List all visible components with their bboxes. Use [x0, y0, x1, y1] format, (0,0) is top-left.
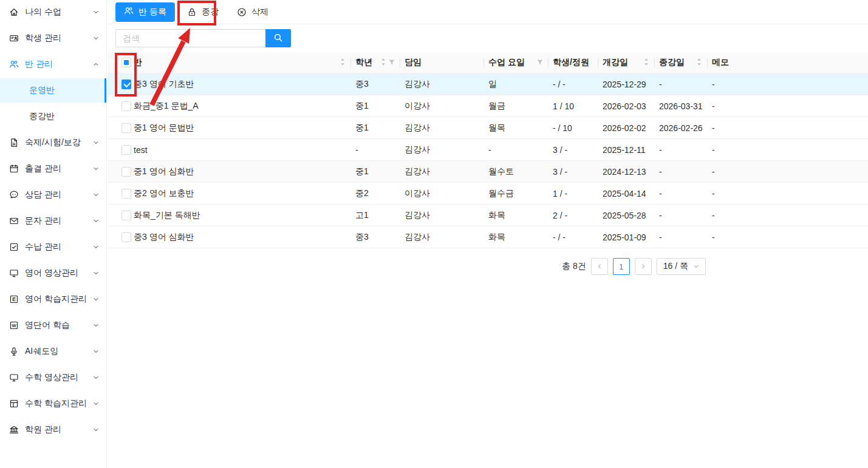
sidebar-item-student-mgmt[interactable]: 학생 관리 [0, 26, 106, 50]
sidebar-item-class-mgmt[interactable]: 반 관리 [0, 52, 106, 76]
cell-name: 중1 영어 문법반 [134, 117, 350, 139]
cell-name: 화목_기본 독해반 [134, 205, 350, 226]
cell-grade: 고1 [350, 205, 400, 226]
table-row[interactable]: 중3 영어 기초반중3김강사일- / -2025-12-29-- [108, 73, 868, 95]
column-header[interactable]: 종강일 [654, 52, 707, 73]
close-class-button[interactable]: 종강 [181, 2, 225, 22]
team-icon [9, 59, 19, 69]
chevron-down-icon [93, 348, 99, 354]
cell-teacher: 김강사 [400, 117, 484, 139]
cell-memo: - [707, 205, 868, 226]
cell-teacher: 김강사 [400, 73, 484, 95]
cell-name: 중1 영어 심화반 [134, 161, 350, 183]
cell-end: - [654, 205, 707, 226]
total-count: 총 8건 [562, 261, 586, 272]
close-class-label: 종강 [202, 7, 219, 18]
column-header[interactable]: 반 [134, 52, 350, 73]
table-row[interactable]: test-김강사-3 / -2025-12-11-- [108, 139, 868, 161]
table-row[interactable]: 중2 영어 보충반중2이강사월수금1 / -2025-04-14-- [108, 183, 868, 205]
sidebar-item-counseling-mgmt[interactable]: 상담 관리 [0, 183, 106, 207]
filter-icon[interactable] [388, 58, 395, 67]
cell-students: - / - [548, 73, 598, 95]
select-all-checkbox[interactable] [121, 58, 131, 67]
team-icon [124, 6, 134, 18]
svg-text:E: E [12, 296, 16, 302]
row-checkbox[interactable] [121, 123, 131, 133]
page-1-button[interactable]: 1 [613, 258, 630, 275]
sidebar-item-academy-mgmt[interactable]: 학원 관리 [0, 418, 106, 442]
cell-students: 3 / - [548, 161, 598, 183]
cell-name: 중3 영어 심화반 [134, 226, 350, 248]
sort-icon [340, 58, 346, 68]
row-checkbox[interactable] [121, 167, 131, 177]
row-checkbox[interactable] [121, 101, 131, 111]
sidebar-item-closed-classes[interactable]: 종강반 [0, 104, 106, 129]
column-header: 학생/정원 [548, 52, 598, 73]
next-page-button[interactable] [635, 258, 652, 275]
search-input[interactable] [115, 29, 265, 47]
row-checkbox[interactable] [121, 145, 131, 155]
cell-end: - [654, 73, 707, 95]
sidebar-item-english-vocab-study[interactable]: W영단어 학습 [0, 313, 106, 337]
svg-text:W: W [12, 323, 16, 328]
cell-memo: - [707, 95, 868, 117]
row-checkbox[interactable] [121, 80, 131, 89]
chevron-down-icon [93, 427, 99, 433]
cell-students: - / 10 [548, 117, 598, 139]
sidebar-item-math-video-mgmt[interactable]: 수학 영상관리 [0, 365, 106, 390]
row-checkbox[interactable] [121, 232, 131, 242]
sidebar-item-sms-mgmt[interactable]: 문자 관리 [0, 209, 106, 233]
cell-end: - [654, 161, 707, 183]
sidebar-item-english-worksheet-mgmt[interactable]: E영어 학습지관리 [0, 287, 106, 311]
cell-memo: - [707, 139, 868, 161]
cell-end: - [654, 226, 707, 248]
filter-icon[interactable] [536, 58, 543, 67]
row-checkbox[interactable] [121, 189, 131, 198]
cell-teacher: 김강사 [400, 226, 484, 248]
prev-page-button[interactable] [591, 258, 608, 275]
table-row[interactable]: 화목_기본 독해반고1김강사화목2 / -2025-05-28-- [108, 205, 868, 226]
sidebar-item-payment-mgmt[interactable]: 수납 관리 [0, 235, 106, 259]
chevron-down-icon [93, 401, 99, 407]
chevron-down-icon [93, 270, 99, 276]
sidebar-item-active-classes[interactable]: 운영반 [0, 78, 106, 103]
cell-end: - [654, 139, 707, 161]
chat-icon [9, 190, 19, 200]
sidebar-item-attendance-mgmt[interactable]: 출결 관리 [0, 157, 106, 181]
column-header[interactable]: 개강일 [598, 52, 654, 73]
page-size-select[interactable]: 16 / 쪽 [657, 258, 706, 275]
table-row[interactable]: 중3 영어 심화반중3김강사화목- / -2025-01-09-- [108, 226, 868, 248]
sidebar-item-ai-shadowing[interactable]: AI쉐도잉 [0, 339, 106, 364]
cell-teacher: 김강사 [400, 139, 484, 161]
square-w-icon: W [9, 320, 19, 330]
cell-teacher: 김강사 [400, 161, 484, 183]
chevron-down-icon [93, 322, 99, 328]
toolbar: 반 등록 종강 삭제 [108, 0, 868, 24]
cell-days: 월목 [484, 117, 548, 139]
cell-students: 1 / 10 [548, 95, 598, 117]
table-row[interactable]: 화금_중1 문법_A중1이강사월금1 / 102026-02-032026-03… [108, 95, 868, 117]
row-checkbox[interactable] [121, 211, 131, 220]
delete-button[interactable]: 삭제 [231, 2, 275, 22]
class-table: 반학년담임수업 요일학생/정원개강일종강일메모 중3 영어 기초반중3김강사일-… [108, 52, 868, 248]
page-size-value: 16 / 쪽 [663, 261, 688, 272]
cell-grade: 중1 [350, 117, 400, 139]
page-number: 1 [619, 262, 623, 271]
search-button[interactable] [265, 29, 291, 47]
cell-days: 월수금 [484, 183, 548, 205]
sidebar-item-homework-exam-makeup[interactable]: 숙제/시험/보강 [0, 131, 106, 155]
register-class-button[interactable]: 반 등록 [115, 2, 175, 22]
chevron-down-icon [93, 296, 99, 302]
select-all-header [108, 52, 134, 73]
cell-memo: - [707, 226, 868, 248]
sidebar-item-math-worksheet-mgmt[interactable]: 수학 학습지관리 [0, 392, 106, 416]
column-header[interactable]: 수업 요일 [484, 52, 548, 73]
cell-start: 2026-02-03 [598, 95, 654, 117]
table-row[interactable]: 중1 영어 문법반중1김강사월목- / 102026-02-022026-02-… [108, 117, 868, 139]
cell-name: 중3 영어 기초반 [134, 73, 350, 95]
sidebar-item-my-classes[interactable]: 나의 수업 [0, 0, 106, 24]
column-header[interactable]: 학년 [350, 52, 400, 73]
table-row[interactable]: 중1 영어 심화반중1김강사월수토3 / -2024-12-13-- [108, 161, 868, 183]
sidebar-item-english-video-mgmt[interactable]: 영어 영상관리 [0, 261, 106, 285]
cell-students: 1 / - [548, 183, 598, 205]
